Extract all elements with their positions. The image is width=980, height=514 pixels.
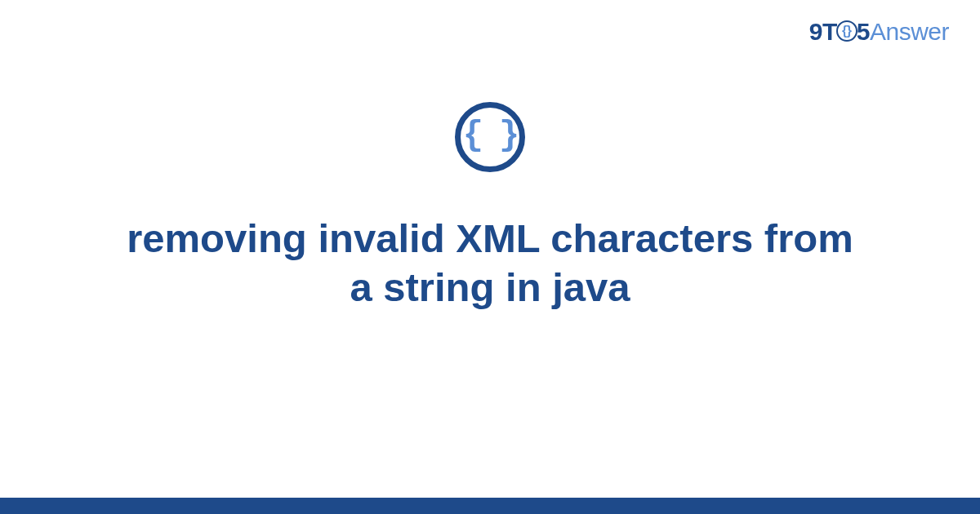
footer-bar <box>0 498 980 514</box>
code-braces-icon: { } <box>455 102 525 172</box>
logo-text-5: 5 <box>857 18 870 45</box>
main-content: { } removing invalid XML characters from… <box>0 102 980 312</box>
site-logo[interactable]: 9T{}5Answer <box>809 18 949 46</box>
braces-glyph: { } <box>463 118 518 153</box>
page-title: removing invalid XML characters from a s… <box>82 215 898 312</box>
logo-text-9t: 9T <box>809 18 837 45</box>
logo-text-answer: Answer <box>870 18 949 45</box>
logo-circle-icon: {} <box>836 20 858 42</box>
